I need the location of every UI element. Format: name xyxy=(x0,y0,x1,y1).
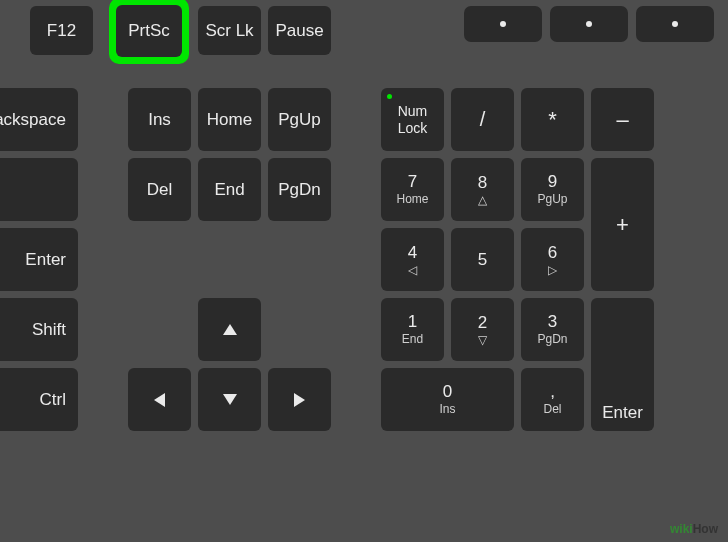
key-label: Num xyxy=(398,103,428,119)
key-numpad-8[interactable]: 8 △ xyxy=(451,158,514,221)
key-label: 8 xyxy=(478,173,487,193)
key-numpad-1[interactable]: 1 End xyxy=(381,298,444,361)
key-backslash[interactable]: | \ xyxy=(0,158,78,221)
arrow-right-outline-icon: ▷ xyxy=(548,264,557,276)
key-ctrl[interactable]: Ctrl xyxy=(0,368,78,431)
key-numpad-5[interactable]: 5 xyxy=(451,228,514,291)
key-end[interactable]: End xyxy=(198,158,261,221)
key-arrow-left[interactable] xyxy=(128,368,191,431)
key-numpad-multiply[interactable]: * xyxy=(521,88,584,151)
key-insert[interactable]: Ins xyxy=(128,88,191,151)
key-label: 0 xyxy=(443,382,452,402)
watermark-how: How xyxy=(693,522,718,536)
key-label: 7 xyxy=(408,172,417,192)
key-pause[interactable]: Pause xyxy=(268,6,331,55)
arrow-up-icon xyxy=(223,324,237,335)
key-sublabel: Ins xyxy=(439,403,455,417)
key-label: Lock xyxy=(398,120,428,136)
key-numpad-decimal[interactable]: , Del xyxy=(521,368,584,431)
key-label: 4 xyxy=(408,243,417,263)
key-numpad-6[interactable]: 6 ▷ xyxy=(521,228,584,291)
key-label: 3 xyxy=(548,312,557,332)
key-numlock[interactable]: Num Lock xyxy=(381,88,444,151)
key-numpad-7[interactable]: 7 Home xyxy=(381,158,444,221)
key-numpad-add[interactable]: + xyxy=(591,158,654,291)
key-numpad-0[interactable]: 0 Ins xyxy=(381,368,514,431)
key-home[interactable]: Home xyxy=(198,88,261,151)
dot-icon xyxy=(586,21,592,27)
key-delete[interactable]: Del xyxy=(128,158,191,221)
dot-icon xyxy=(672,21,678,27)
key-numpad-3[interactable]: 3 PgDn xyxy=(521,298,584,361)
key-enter[interactable]: Enter xyxy=(0,228,78,291)
key-sublabel: Del xyxy=(543,403,561,417)
key-scrlk[interactable]: Scr Lk xyxy=(198,6,261,55)
dot-icon xyxy=(500,21,506,27)
key-arrow-right[interactable] xyxy=(268,368,331,431)
key-sublabel: End xyxy=(402,333,423,347)
keyboard: F12 PrtSc Scr Lk Pause Backspace Ins Hom… xyxy=(0,0,728,542)
key-label: 9 xyxy=(548,172,557,192)
media-key-3[interactable] xyxy=(636,6,714,42)
key-pgdn[interactable]: PgDn xyxy=(268,158,331,221)
key-prtsc[interactable]: PrtSc xyxy=(116,5,182,57)
key-numpad-subtract[interactable]: – xyxy=(591,88,654,151)
arrow-up-outline-icon: △ xyxy=(478,194,487,206)
key-numpad-enter[interactable]: Enter xyxy=(591,298,654,431)
key-numpad-4[interactable]: 4 ◁ xyxy=(381,228,444,291)
key-backspace[interactable]: Backspace xyxy=(0,88,78,151)
key-arrow-down[interactable] xyxy=(198,368,261,431)
key-shift[interactable]: Shift xyxy=(0,298,78,361)
key-sublabel: Home xyxy=(396,193,428,207)
arrow-down-outline-icon: ▽ xyxy=(478,334,487,346)
arrow-left-icon xyxy=(154,393,165,407)
key-numpad-9[interactable]: 9 PgUp xyxy=(521,158,584,221)
key-f12[interactable]: F12 xyxy=(30,6,93,55)
key-sublabel: PgUp xyxy=(537,193,567,207)
arrow-left-outline-icon: ◁ xyxy=(408,264,417,276)
key-arrow-up[interactable] xyxy=(198,298,261,361)
key-label: 5 xyxy=(478,250,487,270)
key-sublabel: PgDn xyxy=(537,333,567,347)
watermark: wikiHow xyxy=(664,520,724,538)
watermark-wiki: wiki xyxy=(670,522,693,536)
arrow-down-icon xyxy=(223,394,237,405)
key-pgup[interactable]: PgUp xyxy=(268,88,331,151)
highlight-prtsc: PrtSc xyxy=(109,0,189,64)
arrow-right-icon xyxy=(294,393,305,407)
media-key-2[interactable] xyxy=(550,6,628,42)
numlock-indicator-icon xyxy=(387,94,392,99)
key-label: 2 xyxy=(478,313,487,333)
key-label: 1 xyxy=(408,312,417,332)
key-numpad-2[interactable]: 2 ▽ xyxy=(451,298,514,361)
key-numpad-divide[interactable]: / xyxy=(451,88,514,151)
media-key-1[interactable] xyxy=(464,6,542,42)
key-label: , xyxy=(550,382,555,402)
key-label: 6 xyxy=(548,243,557,263)
